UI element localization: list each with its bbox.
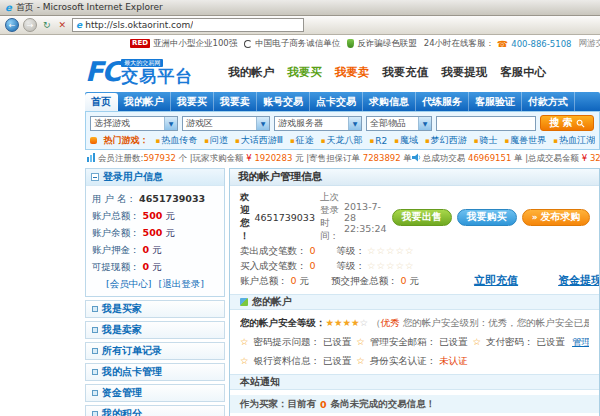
- hot-game-label: 大话西游Ⅲ: [241, 134, 283, 147]
- hot-game-link[interactable]: ▪ 问道: [204, 134, 228, 147]
- sidebar-menu-item[interactable]: 资金管理: [85, 384, 225, 402]
- bullet-icon: ▪: [474, 137, 479, 145]
- site-logo[interactable]: FC 最大的交易网 交易平台: [85, 59, 193, 85]
- post-demand-button[interactable]: » 发布求购: [522, 209, 591, 226]
- hot-game-link[interactable]: ▪ 魔兽世界: [505, 134, 547, 147]
- browser-toolbar: ← → ↻ ✕ e http://sls.oktaorint.com/: [0, 16, 600, 35]
- security-item-status: 已设置: [537, 336, 566, 347]
- post-demand-label: 发布求购: [540, 210, 580, 224]
- security-item-label: 银行资料信息：: [254, 355, 321, 366]
- game-select[interactable]: 选择游戏 ▼: [90, 116, 178, 131]
- hot-game-link[interactable]: ▪ 天龙八部: [321, 134, 363, 147]
- window-title: 首页 - Microsoft Internet Explorer: [16, 1, 163, 14]
- account-section-title: 您的帐户: [252, 295, 292, 309]
- bullet-icon: ▪: [425, 137, 430, 145]
- shield-badge: 反诈骗绿色联盟: [347, 38, 417, 50]
- field-unit: 元: [165, 210, 175, 221]
- stop-button[interactable]: ✕: [57, 20, 69, 30]
- nav-tab[interactable]: 付款方式: [522, 92, 575, 111]
- top-menu-item[interactable]: 我要充值: [382, 65, 428, 80]
- top-menu-item[interactable]: 我要卖: [335, 65, 370, 80]
- search-button[interactable]: 搜 索: [540, 115, 594, 131]
- amount-value: 32963598: [590, 153, 600, 163]
- site-badges-row: RED 亚洲中小型企业100强 中国电子商务诚信单位 反诈骗绿色联盟 24小时在…: [85, 35, 600, 52]
- nav-tab[interactable]: 账号交易: [257, 92, 310, 111]
- nav-tab[interactable]: 代练服务: [416, 92, 469, 111]
- collapse-icon[interactable]: [91, 173, 99, 181]
- sidebar-menu-item[interactable]: 我的点卡管理: [85, 363, 225, 381]
- back-button[interactable]: ←: [5, 18, 19, 32]
- hot-game-link[interactable]: ▪ 热血江湖: [553, 134, 595, 147]
- game-select[interactable]: 全部物品 ▼: [366, 116, 432, 131]
- hot-game-label: 魔域: [400, 134, 418, 147]
- select-value: 全部物品: [370, 117, 406, 130]
- nav-tab[interactable]: 首页: [85, 93, 118, 111]
- top-menu-item[interactable]: 我要提现: [441, 65, 487, 80]
- hot-game-link[interactable]: ▪ 征途: [290, 134, 314, 147]
- amount-currency: ¥: [582, 153, 587, 163]
- nav-tab[interactable]: 点卡交易: [310, 92, 363, 111]
- field-unit: 元: [152, 244, 162, 255]
- account-link[interactable]: [会员中心]: [106, 278, 151, 289]
- account-links: [会员中心] [退出登录]: [92, 278, 218, 291]
- forward-arrow-icon: →: [27, 21, 34, 30]
- total-label: 总成功交易: [423, 153, 466, 163]
- chart-icon: [87, 153, 96, 162]
- select-value: 游戏服务器: [278, 117, 323, 130]
- nav-tab[interactable]: 我要买: [171, 92, 214, 111]
- address-bar[interactable]: e http://sls.oktaorint.com/: [72, 18, 304, 32]
- hot-game-link[interactable]: ▪ 热血传奇: [156, 134, 198, 147]
- panel-title: 我的帐户管理信息: [230, 169, 599, 186]
- account-link[interactable]: [退出登录]: [159, 278, 204, 289]
- hot-game-label: 天龙八部: [327, 134, 363, 147]
- buy-button[interactable]: 我要购买: [457, 209, 517, 226]
- balance-unit: 元: [300, 275, 310, 286]
- sidebar-menu-item[interactable]: 我是买家: [85, 300, 225, 318]
- account-icon: [240, 298, 248, 306]
- title-bar: e 首页 - Microsoft Internet Explorer: [0, 0, 600, 16]
- top-menu-item[interactable]: 我要买: [287, 65, 322, 80]
- hot-game-link[interactable]: ▪ R2: [370, 136, 388, 146]
- security-item: ☆ 支付密码： 已设置 管理: [472, 336, 588, 349]
- square-icon: [92, 390, 98, 396]
- account-section-header: 您的帐户: [230, 294, 599, 310]
- nav-tab[interactable]: 我的帐户: [118, 92, 171, 111]
- security-note: 您的帐户安全级别：优秀，您的帐户安全已是高级别的保护措施。）: [400, 317, 589, 328]
- field-value: 500: [143, 227, 163, 238]
- sidebar-menu-item[interactable]: 所有订单记录: [85, 342, 225, 360]
- nav-tab[interactable]: 我要卖: [214, 92, 257, 111]
- hot-game-link[interactable]: ▪ 魔域: [394, 134, 418, 147]
- recharge-link[interactable]: 立即充值: [474, 274, 518, 287]
- nav-tab[interactable]: 客服验证: [469, 92, 522, 111]
- top-menu-item[interactable]: 我的帐户: [228, 65, 274, 80]
- manage-link[interactable]: 管理: [572, 336, 589, 347]
- sidebar-menu-item[interactable]: 我是卖家: [85, 321, 225, 339]
- security-item: ☆ 银行资料信息： 已设置 管理: [240, 355, 356, 368]
- phone-icon: ☎: [497, 39, 508, 49]
- arrow-icon: »: [532, 212, 538, 222]
- square-icon: [92, 306, 98, 312]
- account-field: 可提现额： 0 元: [92, 258, 218, 275]
- withdraw-link[interactable]: 资金提现: [558, 274, 600, 287]
- star-icon: ☆: [472, 336, 481, 347]
- nav-tab[interactable]: 求购信息: [363, 92, 416, 111]
- search-input[interactable]: [436, 116, 536, 131]
- forward-button[interactable]: →: [23, 18, 37, 32]
- account-field: 用 户 名： 4651739033: [92, 190, 218, 207]
- hot-game-link[interactable]: ▪ 梦幻西游: [425, 134, 467, 147]
- main-nav: 首页 我的帐户 我要买 我要卖 账号交易 点卡交易 求购信息 代练服务 客服验证: [85, 92, 600, 111]
- hot-game-link[interactable]: ▪ 大话西游Ⅲ: [235, 134, 283, 147]
- hot-game-link[interactable]: ▪ 骑士: [474, 134, 498, 147]
- site-stats-row: 会员注册数:597932 个 |玩家求购金额 ¥ 1920283 元 |寄售担保…: [85, 151, 600, 166]
- cert-badge-label: 中国电子商务诚信单位: [255, 38, 340, 50]
- game-select[interactable]: 游戏服务器 ▼: [274, 116, 362, 131]
- sell-button[interactable]: 我要出售: [392, 209, 452, 226]
- sidebar-menu-item[interactable]: 我的积分: [85, 405, 225, 416]
- game-select[interactable]: 游戏区 ▼: [182, 116, 270, 131]
- sold-value: 0: [310, 245, 316, 256]
- field-value: 4651739033: [139, 193, 205, 204]
- refresh-button[interactable]: ↻: [41, 20, 53, 30]
- top-menu-item[interactable]: 客服中心: [500, 65, 546, 80]
- hot-game-label: 魔兽世界: [510, 134, 546, 147]
- asia-badge: RED 亚洲中小型企业100强: [130, 38, 237, 50]
